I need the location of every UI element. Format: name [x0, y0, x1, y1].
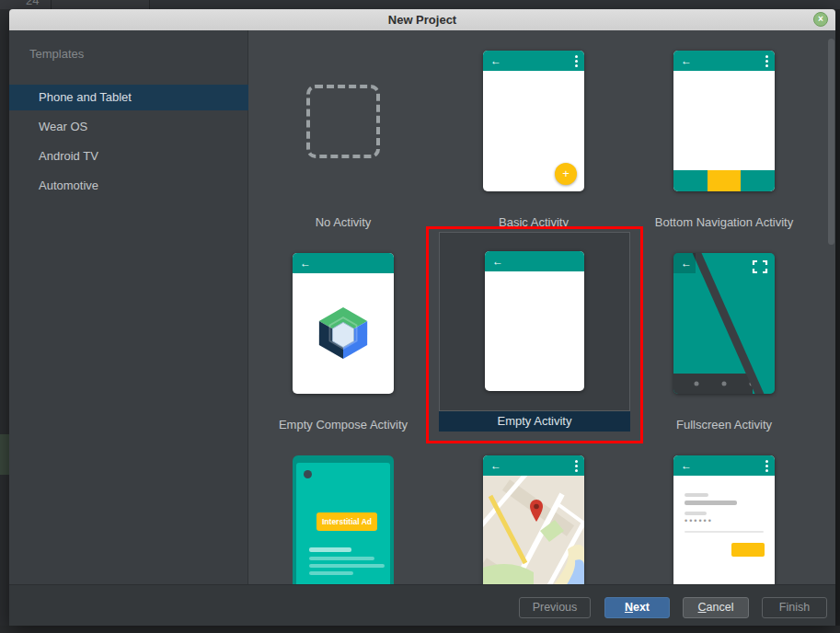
back-arrow-icon: ←: [492, 251, 503, 271]
template-tile-ads-activity[interactable]: Interstitial Ad: [256, 452, 431, 584]
app-bar: ←: [673, 51, 775, 71]
template-tile-empty-compose-activity[interactable]: ← Empty Compose Activity: [256, 249, 431, 433]
tile-label: No Activity: [256, 215, 431, 229]
template-tile-bottom-navigation-activity[interactable]: ← Bottom Navigation Activity: [637, 47, 811, 231]
bottom-nav-bar: [673, 170, 775, 191]
kebab-menu-icon: [765, 460, 768, 474]
form-field-underline: [685, 531, 764, 533]
sidebar-item-android-tv[interactable]: Android TV: [9, 144, 248, 169]
status-dot: [304, 470, 312, 478]
background-editor-right: [835, 9, 840, 633]
close-button[interactable]: ×: [813, 12, 828, 27]
kebab-menu-icon: [765, 55, 768, 69]
form-field-label: [685, 493, 708, 497]
sidebar-header: Templates: [29, 47, 84, 61]
phone-preview: ← +: [483, 51, 584, 191]
template-tile-google-maps-activity[interactable]: ←: [446, 452, 621, 584]
form-field-label: [685, 512, 707, 515]
back-arrow-icon: ←: [681, 51, 692, 71]
template-tile-empty-activity-selected[interactable]: ← Empty Activity: [426, 226, 643, 443]
back-arrow-icon: ←: [681, 253, 692, 273]
phone-preview: ← ••••••: [673, 455, 775, 584]
phone-preview: ←: [483, 455, 584, 584]
dialog-titlebar[interactable]: New Project: [9, 9, 835, 30]
form-field-value: [685, 501, 737, 505]
phone-preview: ←: [673, 51, 775, 191]
close-icon: ×: [818, 14, 823, 24]
selected-tile-label: Empty Activity: [439, 411, 630, 432]
app-bar: ←: [483, 51, 584, 71]
previous-button[interactable]: Previous: [519, 597, 591, 618]
tile-label: Fullscreen Activity: [637, 418, 811, 432]
password-dots: ••••••: [685, 516, 713, 525]
interstitial-ad-badge: Interstitial Ad: [316, 512, 377, 531]
sidebar-item-automotive[interactable]: Automotive: [9, 173, 248, 199]
kebab-menu-icon: [575, 55, 578, 69]
template-grid: No Activity ← + Basic Activity ←: [248, 30, 835, 584]
gutter-divider: [51, 0, 52, 9]
cancel-button[interactable]: Cancel: [683, 597, 749, 618]
map-preview-art: [483, 476, 584, 584]
tile-label: Empty Compose Activity: [256, 418, 431, 432]
ad-screen: Interstitial Ad: [296, 463, 390, 584]
sign-in-button-preview: [731, 543, 765, 557]
template-tile-login-activity[interactable]: ← ••••••: [637, 452, 811, 584]
next-button[interactable]: Next: [604, 597, 670, 618]
app-bar: ←: [483, 455, 584, 476]
tile-label: Bottom Navigation Activity: [637, 215, 811, 229]
template-tile-no-activity[interactable]: No Activity: [256, 47, 431, 231]
back-arrow-icon: ←: [490, 51, 501, 71]
background-editor-top: 24: [0, 0, 840, 9]
template-tile-fullscreen-activity[interactable]: ← Fullscreen Activity: [637, 249, 811, 433]
phone-preview: Interstitial Ad: [293, 455, 394, 584]
back-arrow-icon: ←: [681, 455, 692, 476]
compose-logo: [315, 305, 372, 362]
back-arrow-icon: ←: [490, 455, 501, 476]
sidebar-item-phone-and-tablet[interactable]: Phone and Tablet: [9, 85, 248, 110]
app-bar: ←: [485, 251, 584, 271]
kebab-menu-icon: [575, 460, 578, 474]
phone-preview: ←: [485, 251, 584, 391]
no-activity-placeholder-icon: [306, 85, 380, 158]
scrollbar-thumb[interactable]: [828, 39, 834, 245]
background-editor-gutter: 24: [0, 0, 150, 9]
finish-button[interactable]: Finish: [762, 597, 827, 618]
app-bar: ←: [293, 253, 394, 273]
background-editor-bottom: [0, 626, 840, 633]
gutter-line-number: 24: [26, 0, 39, 7]
background-editor-left: [0, 9, 9, 633]
background-gutter-highlight: [0, 434, 9, 475]
back-arrow-icon: ←: [300, 253, 311, 273]
sidebar-item-wear-os[interactable]: Wear OS: [9, 114, 248, 140]
template-tile-basic-activity[interactable]: ← + Basic Activity: [446, 47, 621, 231]
screen: 24 New Project × Templates Phone and Tab…: [0, 0, 840, 633]
app-bar: ←: [673, 455, 775, 476]
phone-preview: ←: [673, 253, 775, 394]
fab-icon: +: [555, 163, 577, 185]
dialog-title: New Project: [9, 9, 835, 30]
fullscreen-preview-art: [673, 253, 775, 394]
phone-preview: ←: [293, 253, 394, 394]
